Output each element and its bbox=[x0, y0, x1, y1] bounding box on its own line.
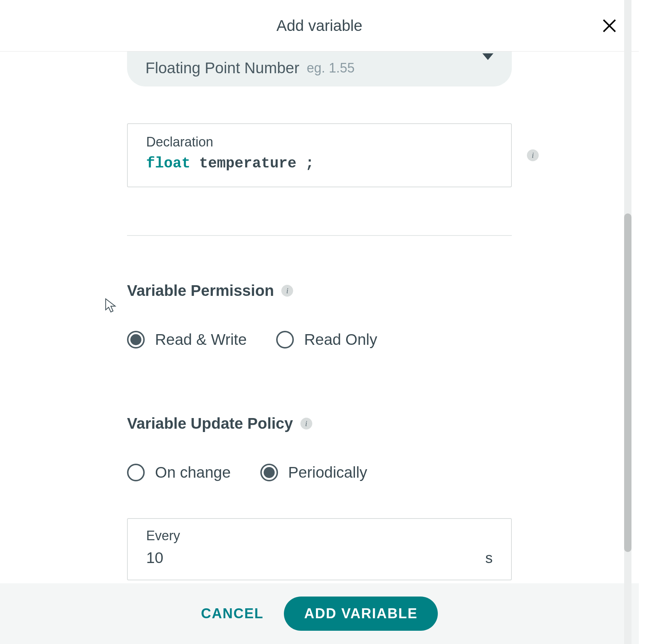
cancel-button[interactable]: CANCEL bbox=[201, 606, 264, 622]
type-select-label: Floating Point Number bbox=[145, 59, 299, 77]
declaration-code: float temperature ; bbox=[146, 155, 493, 172]
radio-label: Read & Write bbox=[155, 331, 247, 348]
interval-row: s bbox=[146, 549, 493, 567]
radio-icon bbox=[260, 464, 278, 481]
interval-label: Every bbox=[146, 528, 493, 544]
interval-box[interactable]: Every s bbox=[127, 518, 512, 580]
permission-title: Variable Permission bbox=[127, 282, 274, 300]
declaration-label: Declaration bbox=[146, 134, 493, 150]
radio-icon bbox=[127, 331, 145, 348]
radio-on-change[interactable]: On change bbox=[127, 464, 231, 481]
radio-periodically[interactable]: Periodically bbox=[260, 464, 367, 481]
side-accent bbox=[639, 0, 658, 644]
modal-footer: CANCEL ADD VARIABLE bbox=[0, 583, 639, 644]
radio-read-write[interactable]: Read & Write bbox=[127, 331, 247, 348]
update-policy-header: Variable Update Policy i bbox=[127, 415, 512, 432]
permission-header: Variable Permission i bbox=[127, 282, 512, 300]
scrollbar-thumb[interactable] bbox=[624, 213, 631, 552]
modal-title: Add variable bbox=[277, 17, 362, 35]
interval-unit: s bbox=[485, 550, 493, 566]
declaration-name: temperature ; bbox=[199, 155, 314, 172]
modal-container: Add variable Floating Point Number eg. 1… bbox=[0, 0, 639, 644]
close-icon bbox=[602, 18, 617, 33]
divider bbox=[127, 235, 512, 236]
declaration-type: float bbox=[146, 155, 190, 172]
radio-icon bbox=[276, 331, 294, 348]
radio-label: Periodically bbox=[288, 464, 367, 481]
close-button[interactable] bbox=[600, 17, 619, 35]
permission-options: Read & Write Read Only bbox=[127, 331, 512, 348]
info-icon[interactable]: i bbox=[300, 418, 312, 429]
chevron-down-icon bbox=[482, 53, 493, 61]
modal-header: Add variable bbox=[0, 0, 639, 52]
radio-label: Read Only bbox=[304, 331, 377, 348]
type-select-hint: eg. 1.55 bbox=[307, 60, 355, 76]
radio-read-only[interactable]: Read Only bbox=[276, 331, 377, 348]
add-variable-button[interactable]: ADD VARIABLE bbox=[284, 597, 438, 631]
declaration-box: Declaration float temperature ; i bbox=[127, 123, 512, 187]
modal-body: Floating Point Number eg. 1.55 Declarati… bbox=[0, 52, 639, 583]
radio-label: On change bbox=[155, 464, 231, 481]
svg-marker-2 bbox=[482, 53, 493, 60]
info-icon[interactable]: i bbox=[281, 285, 293, 297]
update-policy-options: On change Periodically bbox=[127, 464, 512, 481]
update-policy-title: Variable Update Policy bbox=[127, 415, 293, 432]
interval-input[interactable] bbox=[146, 549, 423, 567]
type-select[interactable]: Floating Point Number eg. 1.55 bbox=[127, 52, 512, 86]
info-icon[interactable]: i bbox=[527, 149, 539, 161]
radio-icon bbox=[127, 464, 145, 481]
